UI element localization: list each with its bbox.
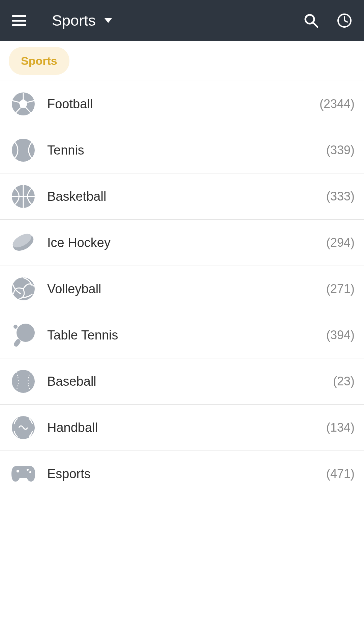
title-dropdown[interactable]: Sports	[52, 12, 112, 29]
football-icon	[11, 92, 35, 116]
clock-icon[interactable]	[337, 13, 352, 28]
svg-point-17	[12, 370, 35, 393]
sport-row-football[interactable]: Football (2344)	[0, 81, 364, 127]
sport-count: (339)	[326, 143, 355, 157]
sport-row-handball[interactable]: Handball (134)	[0, 405, 364, 451]
sport-label: Basketball	[47, 189, 326, 204]
chip-label: Sports	[21, 54, 57, 67]
table-tennis-icon	[11, 323, 35, 347]
sport-count: (134)	[326, 420, 355, 435]
sport-label: Handball	[47, 420, 326, 435]
esports-icon	[11, 462, 35, 486]
chip-bar: Sports	[0, 41, 364, 81]
svg-point-19	[17, 470, 19, 472]
app-header: Sports	[0, 0, 364, 41]
chip-sports[interactable]: Sports	[9, 47, 69, 75]
sport-count: (394)	[326, 328, 355, 342]
sport-row-tennis[interactable]: Tennis (339)	[0, 127, 364, 173]
svg-point-14	[17, 324, 35, 342]
svg-point-16	[13, 325, 18, 329]
ice-hockey-icon	[11, 231, 35, 254]
sport-row-icehockey[interactable]: Ice Hockey (294)	[0, 220, 364, 266]
sport-count: (333)	[326, 189, 355, 203]
sport-label: Ice Hockey	[47, 236, 326, 250]
handball-icon	[11, 416, 35, 439]
search-icon[interactable]	[304, 13, 318, 28]
sport-row-baseball[interactable]: Baseball (23)	[0, 358, 364, 405]
sport-row-volleyball[interactable]: Volleyball (271)	[0, 266, 364, 312]
svg-line-1	[313, 23, 317, 27]
sport-label: Football	[47, 97, 320, 111]
sport-count: (23)	[333, 374, 355, 388]
svg-point-21	[29, 471, 31, 473]
basketball-icon	[11, 185, 35, 208]
svg-point-20	[27, 469, 29, 471]
sport-count: (271)	[326, 282, 355, 296]
page-title: Sports	[52, 12, 96, 29]
sport-row-basketball[interactable]: Basketball (333)	[0, 173, 364, 220]
chevron-down-icon	[104, 18, 112, 23]
sport-label: Esports	[47, 467, 326, 481]
sport-row-esports[interactable]: Esports (471)	[0, 451, 364, 497]
volleyball-icon	[11, 277, 35, 301]
svg-line-4	[344, 21, 347, 22]
sport-row-tabletennis[interactable]: Table Tennis (394)	[0, 312, 364, 358]
sport-label: Table Tennis	[47, 328, 326, 343]
menu-icon[interactable]	[12, 15, 26, 26]
sport-count: (471)	[326, 467, 355, 481]
sport-label: Tennis	[47, 143, 326, 158]
tennis-icon	[11, 138, 35, 162]
sports-list: Football (2344) Tennis (339) Basketball …	[0, 81, 364, 497]
sport-label: Baseball	[47, 374, 333, 389]
sport-count: (2344)	[320, 97, 355, 111]
sport-label: Volleyball	[47, 282, 326, 296]
sport-count: (294)	[326, 236, 355, 250]
baseball-icon	[11, 370, 35, 393]
